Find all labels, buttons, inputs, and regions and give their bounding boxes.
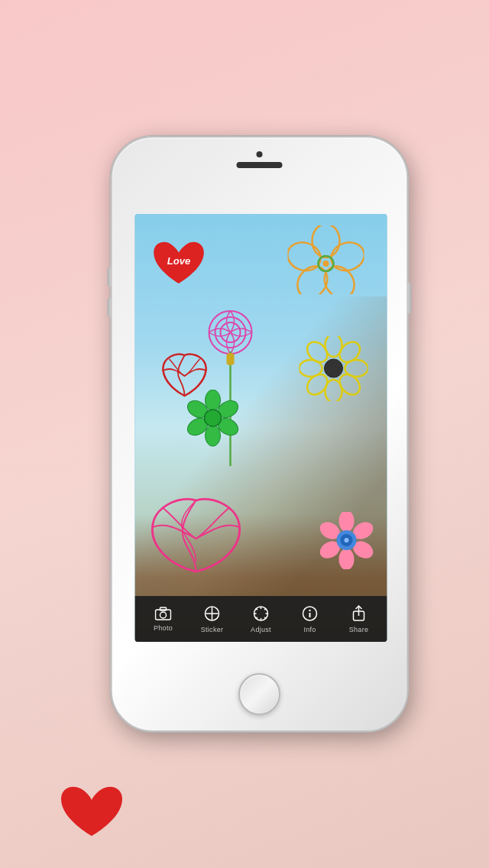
info-label: Info xyxy=(303,626,316,633)
sticker-yellow-daisy[interactable] xyxy=(300,336,368,397)
decorative-flower-svg xyxy=(319,512,376,569)
toolbar-adjust-button[interactable]: Adjust xyxy=(242,605,280,633)
svg-point-32 xyxy=(339,549,355,569)
svg-point-16 xyxy=(206,425,221,446)
home-button[interactable] xyxy=(238,673,280,715)
power-button xyxy=(408,283,412,313)
svg-point-29 xyxy=(339,512,355,532)
svg-line-51 xyxy=(264,608,266,610)
big-pink-rose-svg xyxy=(147,489,246,581)
svg-point-28 xyxy=(325,359,343,377)
phone-mockup: Love xyxy=(111,136,409,732)
toolbar-photo-button[interactable]: Photo xyxy=(144,607,183,632)
phone-screen: Love xyxy=(135,214,387,642)
svg-line-52 xyxy=(256,617,257,618)
sticker-love-heart[interactable]: Love xyxy=(151,237,208,294)
toolbar-info-button[interactable]: Info xyxy=(291,605,329,633)
sticker-big-pink-rose[interactable] xyxy=(147,489,246,581)
info-icon xyxy=(302,605,319,624)
love-heart-svg: Love xyxy=(151,237,208,294)
share-label: Share xyxy=(349,626,369,633)
hibiscus-svg xyxy=(288,225,364,294)
svg-point-12 xyxy=(227,353,235,365)
front-camera xyxy=(257,151,263,157)
phone-body: Love xyxy=(111,136,409,732)
svg-point-7 xyxy=(323,261,329,267)
toolbar-share-button[interactable]: Share xyxy=(340,605,378,633)
toolbar-sticker-button[interactable]: Sticker xyxy=(193,605,232,633)
svg-rect-40 xyxy=(160,607,167,611)
sticker-label: Sticker xyxy=(201,626,224,633)
svg-point-37 xyxy=(345,538,349,542)
svg-point-13 xyxy=(206,390,221,411)
speaker-grill xyxy=(237,162,283,168)
volume-down-button xyxy=(108,298,112,317)
svg-line-50 xyxy=(264,617,266,618)
phone-toolbar: Photo Sticker xyxy=(135,596,387,642)
bottom-heart-decoration xyxy=(57,781,126,845)
camera-icon xyxy=(155,607,172,623)
volume-up-button xyxy=(108,267,112,287)
green-flower-svg xyxy=(185,390,242,447)
share-icon xyxy=(351,605,367,624)
sticker-green-flower[interactable] xyxy=(185,390,242,443)
yellow-daisy-svg xyxy=(300,336,368,401)
photo-label: Photo xyxy=(154,624,173,632)
phone-top-area xyxy=(237,151,283,168)
sticker-decorative-flower[interactable] xyxy=(319,512,376,565)
svg-point-55 xyxy=(309,609,310,611)
svg-line-49 xyxy=(256,608,257,610)
svg-point-1 xyxy=(313,225,340,257)
sticker-hibiscus[interactable] xyxy=(288,225,364,294)
svg-point-19 xyxy=(205,410,222,426)
adjust-label: Adjust xyxy=(251,626,271,633)
adjust-icon xyxy=(253,605,270,624)
svg-point-39 xyxy=(160,612,167,618)
svg-text:Love: Love xyxy=(167,255,191,267)
sticker-icon xyxy=(204,605,221,624)
